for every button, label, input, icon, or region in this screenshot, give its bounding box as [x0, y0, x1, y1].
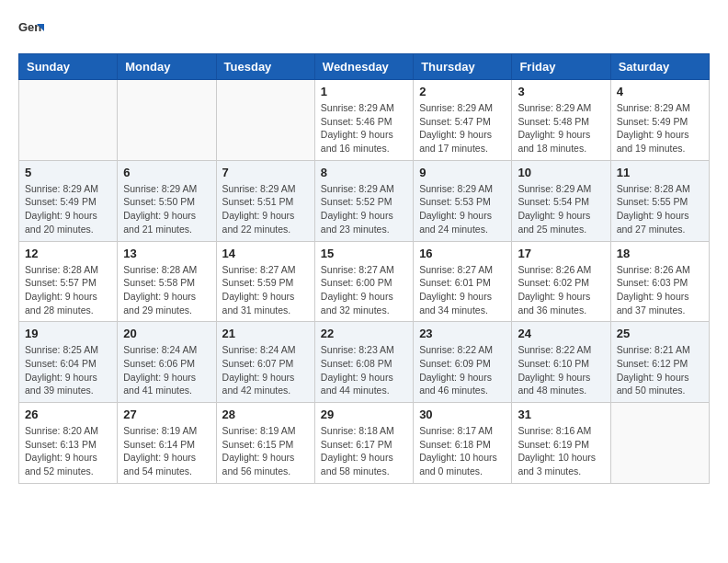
calendar-day-cell: 22Sunrise: 8:23 AMSunset: 6:08 PMDayligh… [314, 322, 413, 403]
calendar-day-cell: 7Sunrise: 8:29 AMSunset: 5:51 PMDaylight… [216, 160, 314, 241]
calendar-day-cell: 2Sunrise: 8:29 AMSunset: 5:47 PMDaylight… [414, 80, 512, 161]
calendar-day-cell: 17Sunrise: 8:26 AMSunset: 6:02 PMDayligh… [512, 241, 610, 322]
day-info: Sunrise: 8:26 AMSunset: 6:03 PMDaylight:… [617, 263, 703, 317]
days-of-week-header: SundayMondayTuesdayWednesdayThursdayFrid… [19, 54, 710, 80]
day-info: Sunrise: 8:26 AMSunset: 6:02 PMDaylight:… [518, 263, 604, 317]
calendar-day-cell: 5Sunrise: 8:29 AMSunset: 5:49 PMDaylight… [19, 160, 118, 241]
calendar-day-cell: 31Sunrise: 8:16 AMSunset: 6:19 PMDayligh… [512, 403, 610, 484]
day-number: 16 [419, 247, 506, 260]
logo-icon: Gen [18, 18, 44, 44]
day-number: 17 [518, 247, 604, 260]
day-info: Sunrise: 8:29 AMSunset: 5:50 PMDaylight:… [123, 182, 210, 236]
day-info: Sunrise: 8:29 AMSunset: 5:48 PMDaylight:… [518, 101, 604, 155]
day-number: 15 [321, 247, 407, 260]
calendar-day-cell: 24Sunrise: 8:22 AMSunset: 6:10 PMDayligh… [512, 322, 610, 403]
day-info: Sunrise: 8:18 AMSunset: 6:17 PMDaylight:… [321, 424, 407, 478]
day-info: Sunrise: 8:25 AMSunset: 6:04 PMDaylight:… [25, 343, 111, 397]
calendar-day-cell: 18Sunrise: 8:26 AMSunset: 6:03 PMDayligh… [610, 241, 709, 322]
calendar-day-cell: 13Sunrise: 8:28 AMSunset: 5:58 PMDayligh… [118, 241, 216, 322]
day-number: 21 [222, 327, 309, 340]
day-number: 25 [617, 327, 703, 340]
calendar-day-cell [610, 403, 709, 484]
day-number: 7 [222, 166, 309, 179]
day-info: Sunrise: 8:29 AMSunset: 5:53 PMDaylight:… [419, 182, 506, 236]
day-of-week-header: Tuesday [216, 54, 314, 80]
calendar-day-cell: 27Sunrise: 8:19 AMSunset: 6:14 PMDayligh… [118, 403, 216, 484]
day-number: 22 [321, 327, 407, 340]
day-info: Sunrise: 8:28 AMSunset: 5:57 PMDaylight:… [25, 263, 111, 317]
calendar-day-cell: 19Sunrise: 8:25 AMSunset: 6:04 PMDayligh… [19, 322, 118, 403]
day-number: 5 [25, 166, 111, 179]
calendar-day-cell: 29Sunrise: 8:18 AMSunset: 6:17 PMDayligh… [314, 403, 413, 484]
calendar-day-cell: 28Sunrise: 8:19 AMSunset: 6:15 PMDayligh… [216, 403, 314, 484]
day-info: Sunrise: 8:22 AMSunset: 6:10 PMDaylight:… [518, 343, 604, 397]
day-of-week-header: Monday [118, 54, 216, 80]
day-info: Sunrise: 8:29 AMSunset: 5:49 PMDaylight:… [25, 182, 111, 236]
day-number: 30 [419, 408, 506, 421]
calendar-week-row: 5Sunrise: 8:29 AMSunset: 5:49 PMDaylight… [19, 160, 710, 241]
day-info: Sunrise: 8:27 AMSunset: 6:01 PMDaylight:… [419, 263, 506, 317]
day-info: Sunrise: 8:21 AMSunset: 6:12 PMDaylight:… [617, 343, 703, 397]
day-number: 10 [518, 166, 604, 179]
calendar-day-cell: 3Sunrise: 8:29 AMSunset: 5:48 PMDaylight… [512, 80, 610, 161]
calendar-day-cell: 16Sunrise: 8:27 AMSunset: 6:01 PMDayligh… [414, 241, 512, 322]
day-info: Sunrise: 8:29 AMSunset: 5:54 PMDaylight:… [518, 182, 604, 236]
day-of-week-header: Wednesday [314, 54, 413, 80]
day-info: Sunrise: 8:24 AMSunset: 6:06 PMDaylight:… [123, 343, 210, 397]
calendar-day-cell: 30Sunrise: 8:17 AMSunset: 6:18 PMDayligh… [414, 403, 512, 484]
day-number: 8 [321, 166, 407, 179]
day-info: Sunrise: 8:19 AMSunset: 6:15 PMDaylight:… [222, 424, 309, 478]
day-number: 27 [123, 408, 210, 421]
calendar-day-cell: 21Sunrise: 8:24 AMSunset: 6:07 PMDayligh… [216, 322, 314, 403]
day-info: Sunrise: 8:23 AMSunset: 6:08 PMDaylight:… [321, 343, 407, 397]
day-of-week-header: Thursday [414, 54, 512, 80]
calendar-week-row: 19Sunrise: 8:25 AMSunset: 6:04 PMDayligh… [19, 322, 710, 403]
calendar-day-cell [19, 80, 118, 161]
calendar-day-cell: 8Sunrise: 8:29 AMSunset: 5:52 PMDaylight… [314, 160, 413, 241]
day-number: 29 [321, 408, 407, 421]
calendar-day-cell: 12Sunrise: 8:28 AMSunset: 5:57 PMDayligh… [19, 241, 118, 322]
calendar-day-cell: 14Sunrise: 8:27 AMSunset: 5:59 PMDayligh… [216, 241, 314, 322]
day-number: 4 [617, 85, 703, 98]
day-number: 24 [518, 327, 604, 340]
day-number: 9 [419, 166, 506, 179]
logo: Gen [18, 18, 48, 44]
day-info: Sunrise: 8:16 AMSunset: 6:19 PMDaylight:… [518, 424, 604, 478]
day-info: Sunrise: 8:29 AMSunset: 5:49 PMDaylight:… [617, 101, 703, 155]
calendar-week-row: 26Sunrise: 8:20 AMSunset: 6:13 PMDayligh… [19, 403, 710, 484]
calendar-day-cell: 9Sunrise: 8:29 AMSunset: 5:53 PMDaylight… [414, 160, 512, 241]
calendar-day-cell: 20Sunrise: 8:24 AMSunset: 6:06 PMDayligh… [118, 322, 216, 403]
day-info: Sunrise: 8:28 AMSunset: 5:58 PMDaylight:… [123, 263, 210, 317]
day-number: 19 [25, 327, 111, 340]
day-number: 20 [123, 327, 210, 340]
calendar-day-cell: 10Sunrise: 8:29 AMSunset: 5:54 PMDayligh… [512, 160, 610, 241]
header: Gen [18, 18, 710, 44]
svg-text:Gen: Gen [18, 20, 41, 34]
day-info: Sunrise: 8:29 AMSunset: 5:51 PMDaylight:… [222, 182, 309, 236]
calendar-day-cell: 26Sunrise: 8:20 AMSunset: 6:13 PMDayligh… [19, 403, 118, 484]
calendar-week-row: 1Sunrise: 8:29 AMSunset: 5:46 PMDaylight… [19, 80, 710, 161]
day-info: Sunrise: 8:27 AMSunset: 6:00 PMDaylight:… [321, 263, 407, 317]
day-info: Sunrise: 8:19 AMSunset: 6:14 PMDaylight:… [123, 424, 210, 478]
day-info: Sunrise: 8:17 AMSunset: 6:18 PMDaylight:… [419, 424, 506, 478]
day-number: 23 [419, 327, 506, 340]
day-number: 13 [123, 247, 210, 260]
calendar-day-cell: 25Sunrise: 8:21 AMSunset: 6:12 PMDayligh… [610, 322, 709, 403]
day-of-week-header: Friday [512, 54, 610, 80]
day-of-week-header: Sunday [19, 54, 118, 80]
calendar-day-cell: 11Sunrise: 8:28 AMSunset: 5:55 PMDayligh… [610, 160, 709, 241]
day-number: 11 [617, 166, 703, 179]
day-number: 12 [25, 247, 111, 260]
calendar: SundayMondayTuesdayWednesdayThursdayFrid… [18, 53, 710, 484]
calendar-day-cell: 23Sunrise: 8:22 AMSunset: 6:09 PMDayligh… [414, 322, 512, 403]
day-number: 14 [222, 247, 309, 260]
calendar-week-row: 12Sunrise: 8:28 AMSunset: 5:57 PMDayligh… [19, 241, 710, 322]
day-of-week-header: Saturday [610, 54, 709, 80]
day-info: Sunrise: 8:22 AMSunset: 6:09 PMDaylight:… [419, 343, 506, 397]
day-info: Sunrise: 8:20 AMSunset: 6:13 PMDaylight:… [25, 424, 111, 478]
day-number: 1 [321, 85, 407, 98]
calendar-day-cell: 15Sunrise: 8:27 AMSunset: 6:00 PMDayligh… [314, 241, 413, 322]
day-info: Sunrise: 8:29 AMSunset: 5:52 PMDaylight:… [321, 182, 407, 236]
calendar-day-cell: 1Sunrise: 8:29 AMSunset: 5:46 PMDaylight… [314, 80, 413, 161]
day-number: 31 [518, 408, 604, 421]
